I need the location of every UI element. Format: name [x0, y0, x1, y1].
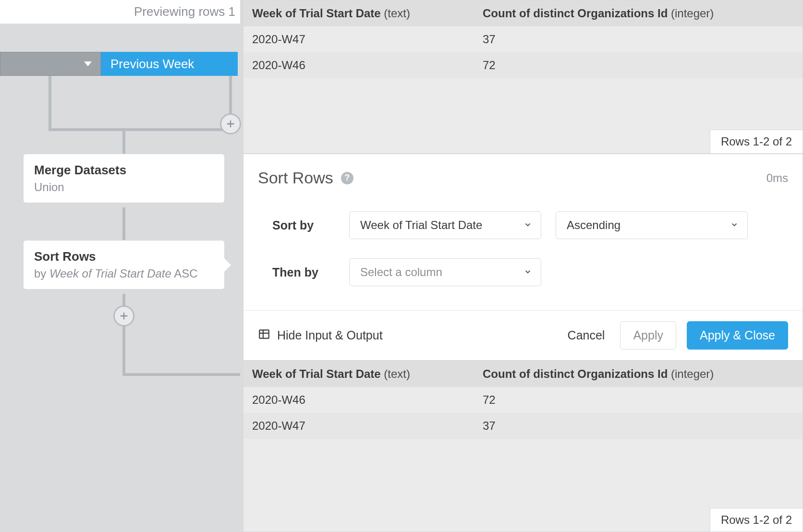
config-title: Sort Rows ?: [258, 169, 353, 187]
node-merge-datasets[interactable]: Merge Datasets Union: [23, 154, 225, 203]
apply-close-button[interactable]: Apply & Close: [687, 321, 788, 350]
config-footer: Hide Input & Output Cancel Apply Apply &…: [243, 310, 803, 360]
execution-time: 0ms: [766, 171, 788, 185]
cell: 72: [483, 59, 794, 72]
cell: 37: [483, 419, 794, 433]
node-subtitle: by Week of Trial Start Date ASC: [34, 267, 214, 280]
then-by-label: Then by: [272, 266, 335, 279]
chevron-down-icon: [730, 218, 739, 232]
table-header-row: Week of Trial Start Date (text) Count of…: [243, 0, 803, 26]
config-actions: Cancel Apply Apply & Close: [563, 321, 788, 350]
cell: 2020-W46: [252, 59, 483, 72]
cancel-button[interactable]: Cancel: [563, 323, 610, 348]
sort-order-select[interactable]: Ascending: [556, 211, 748, 239]
table-row: 2020-W46 72: [243, 387, 803, 413]
column-header[interactable]: Week of Trial Start Date (text): [252, 367, 483, 381]
cell: 2020-W46: [252, 393, 483, 407]
sort-by-row: Sort by Week of Trial Start Date Ascendi…: [272, 211, 774, 239]
column-header[interactable]: Week of Trial Start Date (text): [252, 7, 483, 20]
preview-banner-text: Previewing rows 1: [134, 4, 235, 19]
table-row: 2020-W47 37: [243, 26, 803, 52]
node-subtitle: Union: [34, 181, 214, 194]
node-title: Sort Rows: [34, 249, 214, 264]
add-step-button[interactable]: [113, 305, 134, 326]
input-data-table: Week of Trial Start Date (text) Count of…: [243, 0, 803, 154]
rows-count-badge: Rows 1-2 of 2: [710, 508, 803, 532]
chevron-down-icon: [523, 218, 532, 232]
source-tab-label: Previous Week: [110, 57, 194, 72]
apply-button[interactable]: Apply: [620, 321, 676, 350]
chevron-down-icon: [523, 266, 532, 279]
table-icon: [258, 328, 270, 343]
sort-by-label: Sort by: [272, 218, 335, 232]
table-row: 2020-W47 37: [243, 413, 803, 439]
output-data-table: Week of Trial Start Date (text) Count of…: [243, 361, 803, 532]
cell: 2020-W47: [252, 33, 483, 46]
cell: 72: [483, 393, 794, 407]
hide-input-output-toggle[interactable]: Hide Input & Output: [258, 328, 383, 343]
column-header[interactable]: Count of distinct Organizations Id (inte…: [483, 367, 794, 381]
source-tab-grey[interactable]: [0, 52, 101, 76]
then-by-column-select[interactable]: Select a column: [349, 258, 541, 286]
node-sort-rows[interactable]: Sort Rows by Week of Trial Start Date AS…: [23, 240, 225, 290]
column-header[interactable]: Count of distinct Organizations Id (inte…: [483, 7, 794, 20]
table-row: 2020-W46 72: [243, 52, 803, 78]
step-detail-panel: Week of Trial Start Date (text) Count of…: [243, 0, 803, 532]
help-icon[interactable]: ?: [341, 172, 353, 184]
svg-rect-0: [259, 330, 269, 338]
source-tab-previous-week[interactable]: Previous Week: [101, 52, 238, 76]
config-body: Sort by Week of Trial Start Date Ascendi…: [243, 192, 803, 310]
then-by-row: Then by Select a column: [272, 258, 774, 286]
source-tabs: Previous Week: [0, 52, 238, 76]
sort-column-select[interactable]: Week of Trial Start Date: [349, 211, 541, 239]
cell: 2020-W47: [252, 419, 483, 433]
cell: 37: [483, 33, 794, 46]
table-header-row: Week of Trial Start Date (text) Count of…: [243, 361, 803, 387]
pipeline-canvas: Previewing rows 1 Previous Week Merge Da…: [0, 0, 240, 532]
config-header: Sort Rows ? 0ms: [243, 154, 803, 192]
add-step-button[interactable]: [220, 113, 241, 134]
rows-count-badge: Rows 1-2 of 2: [710, 130, 803, 153]
sort-rows-config: Sort Rows ? 0ms Sort by Week of Trial St…: [243, 154, 803, 361]
chevron-down-icon: [84, 61, 92, 66]
preview-banner: Previewing rows 1: [0, 0, 240, 24]
node-title: Merge Datasets: [34, 163, 214, 178]
